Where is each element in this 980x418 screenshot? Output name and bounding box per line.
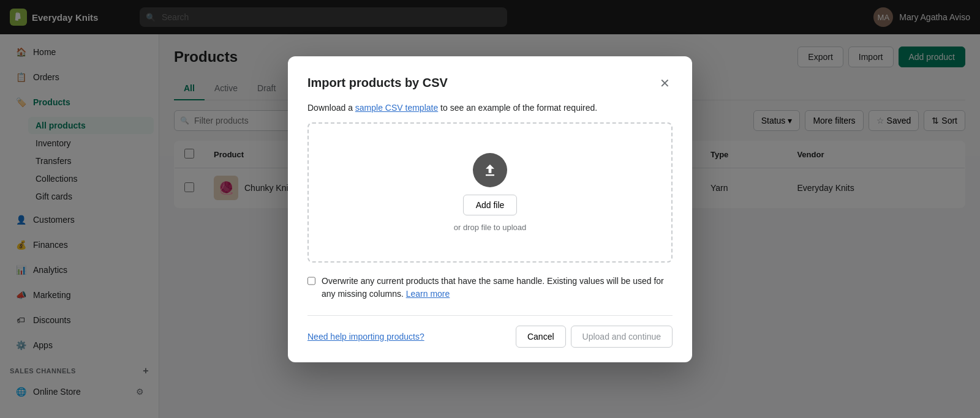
sample-csv-template-link[interactable]: sample CSV template [355,103,438,113]
overwrite-label: Overwrite any current products that have… [322,275,673,300]
close-icon: ✕ [660,76,670,91]
upload-and-continue-button[interactable]: Upload and continue [571,326,673,348]
add-file-button[interactable]: Add file [463,195,518,215]
cancel-button[interactable]: Cancel [516,326,566,348]
modal-footer: Need help importing products? Cancel Upl… [307,315,673,348]
upload-icon-circle [473,153,507,187]
modal-title: Import products by CSV [307,76,448,90]
import-csv-modal: Import products by CSV ✕ Download a samp… [288,56,692,362]
overwrite-checkbox-row: Overwrite any current products that have… [307,275,673,300]
file-drop-zone[interactable]: Add file or drop file to upload [307,122,673,263]
modal-footer-right: Cancel Upload and continue [516,326,673,348]
modal-description: Download a sample CSV template to see an… [307,103,673,113]
learn-more-link[interactable]: Learn more [406,289,450,299]
help-import-link[interactable]: Need help importing products? [307,332,424,341]
drop-hint: or drop file to upload [454,223,527,232]
upload-arrow-icon [481,162,499,179]
modal-close-button[interactable]: ✕ [657,73,673,93]
modal-footer-left: Need help importing products? [307,332,424,341]
overwrite-checkbox[interactable] [307,276,315,286]
modal-overlay[interactable]: Import products by CSV ✕ Download a samp… [0,0,980,418]
modal-header: Import products by CSV ✕ [307,73,673,93]
